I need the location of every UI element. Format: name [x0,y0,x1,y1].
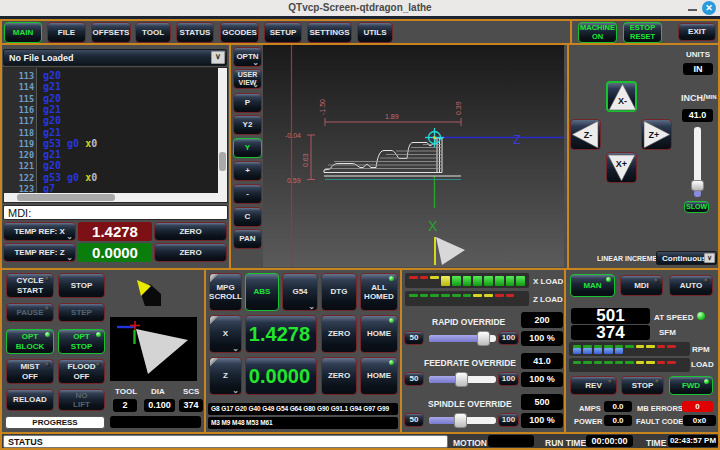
estop-reset-button[interactable]: ESTOP RESET [623,22,662,43]
amps-label: AMPS [579,404,601,413]
tab-status[interactable]: STATUS [176,22,214,43]
bar-segment [473,276,482,286]
home-x-button[interactable]: HOME [360,315,398,353]
graphics-c-button[interactable]: C [233,207,262,227]
temp-ref-z-label: TEMP REF: Z [14,248,64,257]
g54-button[interactable]: G54⌄ [282,273,318,311]
jog-x-plus-button[interactable]: X+ [606,152,637,183]
bar-segment [420,276,429,279]
temp-ref-x-label: TEMP REF: X [14,227,65,236]
slider-handle[interactable] [454,413,467,428]
vscroll-thumb[interactable] [219,152,226,171]
opt-stop-button[interactable]: OPT STOP [58,329,105,354]
temp-ref-x-zero-button[interactable]: ZERO [154,222,227,241]
temp-ref-z-zero-button[interactable]: ZERO [154,243,227,262]
cycle-start-button[interactable]: CYCLE START [6,273,54,298]
jog-x-minus-button[interactable]: X- [606,81,637,112]
minimize-icon[interactable] [688,9,697,11]
graphics-pan-button[interactable]: PAN [233,229,262,249]
rapid-slider[interactable] [429,331,496,345]
jog-z-minus-button[interactable]: Z- [570,119,601,150]
bar-segment [573,361,581,364]
tab-setup[interactable]: SETUP [264,22,302,43]
tab-file[interactable]: FILE [47,22,86,43]
increment-combo[interactable]: Continuous ∨ [656,251,717,265]
step-button[interactable]: STEP [58,303,105,322]
spindle-50-button[interactable]: 50 [404,413,424,427]
bar-segment [452,294,461,297]
slider-handle[interactable] [455,372,468,387]
tab-settings[interactable]: SETTINGS [307,22,352,43]
all-homed-button[interactable]: ALL HOMED [360,273,398,311]
no-lift-button[interactable]: NO LIFT [58,389,105,411]
tab-tool[interactable]: TOOL [135,22,171,43]
abs-button[interactable]: ABS [245,273,279,311]
pause-button[interactable]: PAUSE [6,303,54,322]
window-title: QTvcp-Screen-qtdragon_lathe [0,2,720,13]
jog-rate-slider-handle[interactable] [691,180,704,191]
mdi-input[interactable]: MDI: [3,205,228,220]
axis-z-button[interactable]: Z⌄ [209,357,242,395]
chevron-down-icon: ⌄ [252,80,259,89]
tool-orient-icon [136,279,164,307]
slow-button[interactable]: SLOW [684,201,709,213]
increment-combo-arrow[interactable]: ∨ [704,253,715,263]
feed-50-button[interactable]: 50 [404,372,424,386]
feed-100-button[interactable]: 100 [498,372,519,386]
opt-block-button[interactable]: OPT BLOCK [6,329,54,354]
tool-scs: 374 [179,399,203,412]
spindle-slider[interactable] [429,413,496,427]
axis-x-button[interactable]: X⌄ [209,315,242,353]
gcode-vscrollbar[interactable] [218,68,227,194]
jog-z-plus-button[interactable]: Z+ [641,119,672,150]
slider-handle[interactable] [477,331,490,346]
temp-ref-z-button[interactable]: TEMP REF: Z ⌄ [3,243,76,262]
rapid-100-button[interactable]: 100 [498,331,519,345]
feed-slider[interactable] [429,372,496,386]
graphics-y2-button[interactable]: Y2 [233,115,262,135]
graphics-optn-button[interactable]: OPTN⌄ [233,47,262,67]
graphics-zoom-in-button[interactable]: + [233,161,262,181]
home-x-led [389,318,394,323]
spindle-100-button[interactable]: 100 [498,413,519,427]
reload-button[interactable]: RELOAD [6,389,54,411]
rev-button[interactable]: REV [570,376,617,395]
fwd-button[interactable]: FWD [669,376,713,395]
stop-button[interactable]: STOP [58,273,105,298]
temp-ref-x-button[interactable]: TEMP REF: X ⌄ [3,222,76,241]
svg-text:X+: X+ [616,159,627,169]
spindle-stop-button[interactable]: STOP [621,376,664,395]
chevron-down-icon: ⌄ [232,344,239,353]
rapid-override-label: RAPID OVERRIDE [432,317,505,327]
mpg-scroll-button[interactable]: MPG SCROLL [209,273,242,311]
flood-button[interactable]: FLOOD OFF [58,359,105,384]
auto-button[interactable]: AUTO [669,275,713,296]
man-button[interactable]: MAN [570,274,615,297]
backplot-view[interactable]: 1.89 -1.50 0.39 -0.04 0.63 0.59 Z X [263,45,564,267]
hscroll-thumb[interactable] [17,194,115,201]
rapid-50-button[interactable]: 50 [404,331,424,345]
dtg-button[interactable]: DTG [321,273,357,311]
tab-gcodes[interactable]: GCODES [220,22,259,43]
home-z-button[interactable]: HOME [360,357,398,395]
spindle-override-label: SPINDLE OVERRIDE [428,399,512,409]
graphics-userview-button[interactable]: USER VIEW⌄ [233,69,262,89]
tab-utils[interactable]: UTILS [357,22,393,43]
file-combo[interactable]: No File Loaded ∨ [3,49,227,66]
gcode-hscrollbar[interactable] [4,193,219,202]
gcode-text[interactable]: 113g20114g21115g20116g21117g20118g21119g… [4,68,219,194]
machine-on-button[interactable]: MACHINE ON [578,22,617,43]
close-icon[interactable]: ✕ [702,1,716,15]
tab-main[interactable]: MAIN [4,22,42,43]
graphics-y-button[interactable]: Y [233,138,262,158]
mdi-button[interactable]: MDI [620,275,663,296]
file-combo-arrow[interactable]: ∨ [211,51,225,64]
mist-button[interactable]: MIST OFF [6,359,54,384]
graphics-zoom-out-button[interactable]: - [233,184,262,204]
exit-button[interactable]: EXIT [678,23,716,41]
zero-z-button[interactable]: ZERO [321,357,357,395]
tab-offsets[interactable]: OFFSETS [91,22,131,43]
graphics-p-button[interactable]: P [233,93,262,113]
amps-value: 0.0 [604,401,632,412]
zero-x-button[interactable]: ZERO [321,315,357,353]
